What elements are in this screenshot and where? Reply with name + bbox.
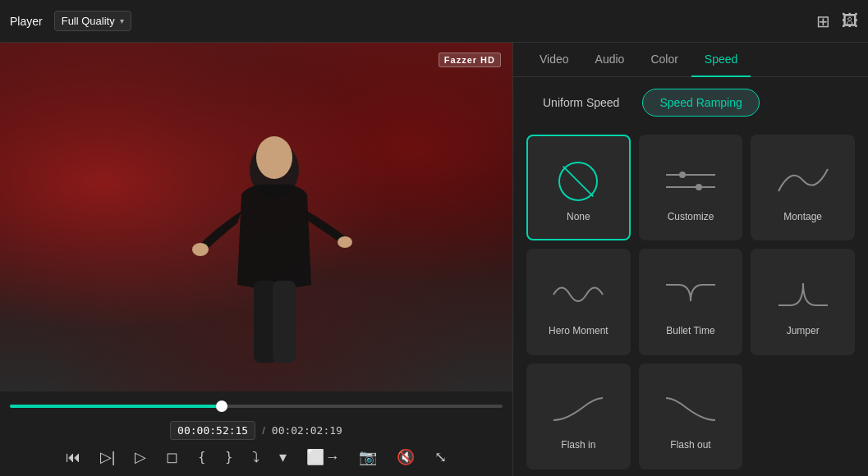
watermark-badge: Fazzer HD bbox=[439, 53, 501, 67]
svg-point-2 bbox=[192, 243, 209, 256]
preset-hero-label: Hero Moment bbox=[549, 325, 609, 336]
player-panel: Fazzer HD 00:00:52:15 / 00:02:02:19 ⏮ ▷ bbox=[0, 43, 513, 476]
time-total: 00:02:02:19 bbox=[272, 424, 342, 437]
progress-thumb[interactable] bbox=[216, 400, 227, 412]
preset-bullet-label: Bullet Time bbox=[666, 325, 714, 336]
output-button[interactable]: ⬜→ bbox=[303, 445, 342, 469]
preset-jumper-label: Jumper bbox=[787, 325, 820, 336]
time-separator: / bbox=[262, 424, 265, 437]
bullet-icon-area bbox=[658, 271, 723, 320]
bullet-icon bbox=[662, 277, 719, 314]
video-placeholder: Fazzer HD bbox=[0, 43, 512, 391]
main-content: Fazzer HD 00:00:52:15 / 00:02:02:19 ⏮ ▷ bbox=[0, 43, 868, 476]
preset-none[interactable]: None bbox=[526, 135, 631, 240]
chevron-down-icon: ▾ bbox=[120, 16, 124, 25]
preset-montage-label: Montage bbox=[783, 211, 822, 222]
flash-in-icon bbox=[549, 391, 607, 428]
svg-point-3 bbox=[338, 236, 352, 248]
preset-flash-in[interactable]: Flash in bbox=[526, 364, 631, 469]
tab-speed[interactable]: Speed bbox=[691, 43, 751, 77]
zoom-button[interactable]: ⤡ bbox=[431, 445, 450, 469]
hero-icon-area bbox=[545, 271, 611, 320]
preset-customize-label: Customize bbox=[668, 211, 714, 222]
time-current[interactable]: 00:00:52:15 bbox=[170, 421, 255, 440]
montage-icon-area bbox=[770, 157, 836, 206]
speed-ramping-button[interactable]: Speed Ramping bbox=[642, 89, 759, 117]
tab-video[interactable]: Video bbox=[526, 43, 582, 77]
tab-nav: Video Audio Color Speed bbox=[513, 43, 868, 77]
mark-out-button[interactable]: } bbox=[222, 446, 236, 468]
customize-icon bbox=[662, 162, 719, 199]
preset-hero-moment[interactable]: Hero Moment bbox=[526, 249, 631, 355]
progress-track[interactable] bbox=[10, 405, 503, 408]
flash-in-icon-area bbox=[545, 385, 611, 434]
progress-bar-container[interactable] bbox=[10, 398, 503, 414]
none-icon-area bbox=[545, 157, 611, 206]
export-button[interactable]: ⤵ bbox=[249, 446, 263, 469]
svg-point-1 bbox=[256, 136, 292, 179]
jumper-icon-area bbox=[770, 271, 836, 320]
top-bar-icons: ⊞ 🖼 bbox=[816, 11, 858, 31]
montage-icon bbox=[774, 162, 832, 199]
uniform-speed-button[interactable]: Uniform Speed bbox=[526, 89, 636, 116]
jumper-icon bbox=[774, 277, 832, 314]
preset-flash-out-label: Flash out bbox=[670, 439, 710, 451]
hero-icon bbox=[549, 277, 607, 314]
customize-icon-area bbox=[658, 157, 723, 206]
preset-jumper[interactable]: Jumper bbox=[751, 249, 855, 355]
player-label: Player bbox=[10, 15, 43, 28]
tab-color[interactable]: Color bbox=[637, 43, 691, 77]
top-bar: Player Full Quality ▾ ⊞ 🖼 bbox=[0, 0, 868, 43]
quality-select[interactable]: Full Quality ▾ bbox=[54, 11, 131, 31]
flash-out-icon bbox=[662, 391, 719, 428]
video-area: Fazzer HD bbox=[0, 43, 512, 391]
quality-label: Full Quality bbox=[62, 15, 115, 27]
snapshot-button[interactable]: 📷 bbox=[356, 445, 380, 469]
preset-bullet-time[interactable]: Bullet Time bbox=[639, 249, 743, 355]
person-silhouette bbox=[184, 121, 365, 391]
image-icon[interactable]: 🖼 bbox=[842, 11, 858, 30]
mark-in-button[interactable]: { bbox=[195, 446, 209, 468]
preset-none-label: None bbox=[567, 211, 590, 222]
controls-row: ⏮ ▷| ▷ ◻ { } ⤵ ▾ ⬜→ 📷 🔇 ⤡ bbox=[10, 445, 503, 469]
audio-button[interactable]: 🔇 bbox=[393, 445, 418, 469]
svg-point-9 bbox=[696, 184, 702, 190]
flash-out-icon-area bbox=[658, 385, 723, 434]
preset-flash-out[interactable]: Flash out bbox=[639, 364, 743, 469]
export-dropdown[interactable]: ▾ bbox=[276, 445, 290, 469]
preset-flash-in-label: Flash in bbox=[561, 439, 595, 451]
none-icon bbox=[558, 162, 598, 201]
progress-fill bbox=[10, 405, 222, 408]
presets-grid: None Customize bbox=[513, 128, 868, 476]
tab-audio[interactable]: Audio bbox=[582, 43, 638, 77]
svg-rect-5 bbox=[273, 281, 296, 363]
speed-mode-tabs: Uniform Speed Speed Ramping bbox=[513, 77, 868, 128]
preset-customize[interactable]: Customize bbox=[639, 135, 743, 240]
time-display: 00:00:52:15 / 00:02:02:19 bbox=[10, 421, 503, 440]
video-controls: 00:00:52:15 / 00:02:02:19 ⏮ ▷| ▷ ◻ { } ⤵… bbox=[0, 391, 512, 476]
play-button[interactable]: ▷ bbox=[131, 445, 149, 469]
step-back-button[interactable]: ⏮ bbox=[62, 446, 84, 469]
svg-point-7 bbox=[679, 172, 686, 178]
preset-montage[interactable]: Montage bbox=[751, 135, 855, 240]
stop-button[interactable]: ◻ bbox=[163, 445, 181, 469]
frame-forward-button[interactable]: ▷| bbox=[97, 445, 119, 469]
speed-panel: Video Audio Color Speed Uniform Speed Sp… bbox=[513, 43, 868, 476]
grid-icon[interactable]: ⊞ bbox=[816, 11, 830, 31]
